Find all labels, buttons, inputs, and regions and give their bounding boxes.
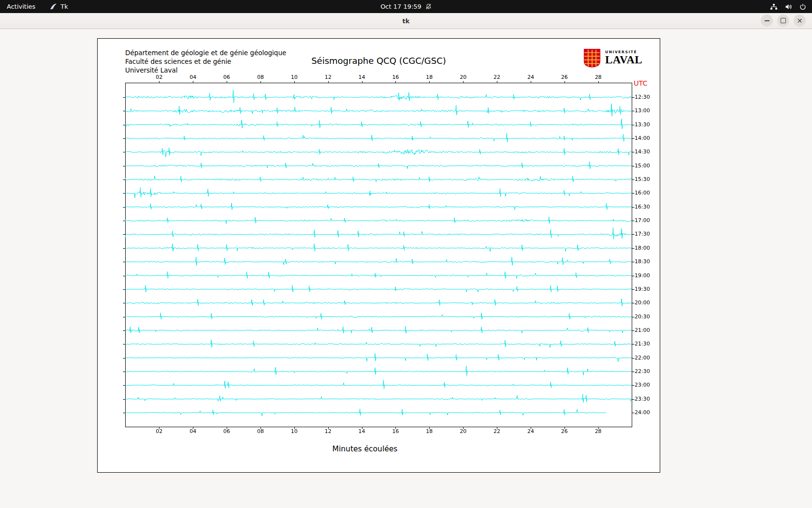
x-tick-label: 24 (527, 428, 534, 434)
clock-text: Oct 17 19:59 (380, 3, 421, 10)
seismograph-plot (119, 80, 638, 429)
window-title: tk (403, 17, 410, 25)
row-time-label: 18:30 (635, 258, 650, 265)
notifications-muted-icon (425, 3, 432, 10)
universite-laval-logo: UNIVERSITÉ LAVAL (583, 48, 642, 70)
laval-shield-icon (583, 48, 601, 70)
window-controls: ✕ (761, 15, 806, 27)
x-tick-label: 08 (257, 428, 264, 434)
row-time-label: 14:30 (635, 149, 650, 155)
figure-panel: Département de géologie et de génie géol… (97, 38, 660, 473)
system-tray[interactable] (770, 3, 806, 10)
activities-button[interactable]: Activities (7, 3, 35, 10)
row-time-label: 23:00 (635, 382, 650, 388)
clock-menu[interactable]: Oct 17 19:59 (380, 3, 432, 10)
logo-text-laval: LAVAL (605, 54, 642, 66)
maximize-icon (781, 18, 786, 23)
minimize-icon (765, 20, 769, 21)
row-time-label: 20:00 (635, 299, 650, 306)
maximize-button[interactable] (777, 15, 789, 27)
row-time-label: 15:00 (635, 163, 650, 169)
institution-line: Université Laval (125, 66, 286, 75)
row-time-label: 12:30 (635, 94, 650, 100)
x-tick-label: 02 (156, 428, 162, 434)
figure-title: Séismographe QCQ (CGC/GSC) (98, 56, 660, 66)
x-tick-label: 14 (359, 428, 365, 434)
row-time-label: 19:30 (635, 286, 650, 292)
x-tick-label: 22 (493, 428, 500, 434)
row-time-label: 24:00 (635, 409, 650, 416)
x-tick-label: 20 (460, 428, 466, 434)
gnome-top-bar: Activities Tk Oct 17 19:59 (0, 0, 812, 13)
x-tick-label: 06 (223, 428, 230, 434)
row-time-label: 14:00 (635, 135, 650, 141)
row-time-label: 18:00 (635, 245, 650, 251)
row-time-label: 13:00 (635, 107, 650, 114)
minimize-button[interactable] (761, 15, 773, 27)
row-time-label: 15:30 (635, 176, 650, 182)
row-time-label: 23:30 (635, 396, 650, 402)
x-tick-label: 12 (325, 428, 332, 434)
tk-window-content: Département de géologie et de génie géol… (0, 29, 812, 508)
row-time-label: 22:30 (635, 368, 650, 374)
x-tick-label: 18 (426, 428, 433, 434)
tk-app-icon (50, 3, 57, 10)
window-titlebar[interactable]: tk ✕ (0, 13, 812, 29)
x-axis-title: Minutes écoulées (98, 445, 632, 453)
row-time-label: 16:00 (635, 190, 650, 196)
row-time-label: 21:30 (635, 341, 650, 347)
row-time-label: 13:30 (635, 121, 650, 128)
row-time-label: 21:00 (635, 327, 650, 333)
row-time-label: 17:00 (635, 217, 650, 224)
row-time-label: 16:30 (635, 204, 650, 210)
focused-app-menu[interactable]: Tk (50, 3, 68, 10)
x-tick-label: 16 (392, 428, 399, 434)
close-icon: ✕ (797, 17, 803, 24)
x-tick-label: 26 (561, 428, 568, 434)
x-tick-label: 10 (291, 428, 298, 434)
close-button[interactable]: ✕ (794, 15, 806, 27)
network-tree-icon (770, 3, 778, 10)
x-axis-ticks-bottom: 0204060810121416182022242628 (98, 428, 660, 435)
row-time-label: 17:30 (635, 231, 650, 237)
row-time-label: 20:30 (635, 314, 650, 320)
x-tick-label: 28 (595, 428, 602, 434)
row-time-label: 22:00 (635, 355, 650, 361)
focused-app-name: Tk (60, 3, 68, 10)
power-icon (799, 3, 806, 10)
row-time-label: 19:00 (635, 272, 650, 279)
volume-icon (785, 3, 792, 10)
x-tick-label: 04 (189, 428, 196, 434)
